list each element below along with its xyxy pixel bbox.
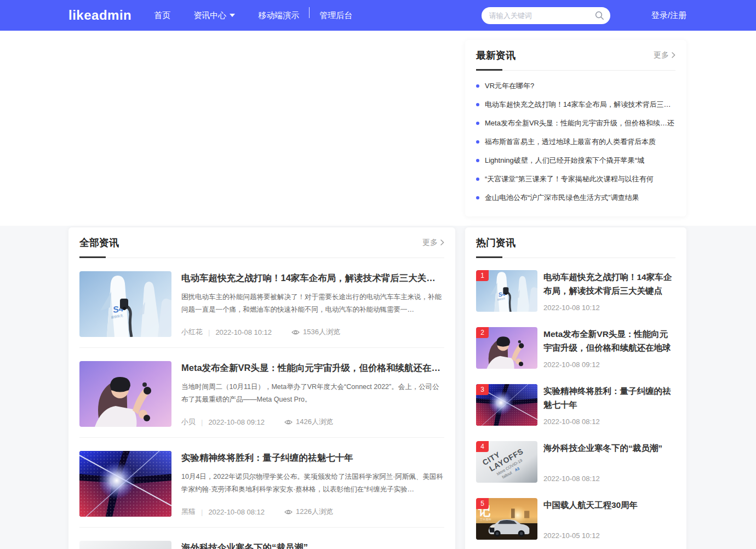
article-meta: 小贝|2022-10-08 09:12 1426人浏览 bbox=[181, 417, 444, 427]
page: likeadmin 首页资讯中心移动端演示管理后台 登录/注册 最新资讯 更多 bbox=[0, 0, 756, 549]
article-list: S4 超级快充 电动车超快充之战打响！14家车企布局，解读技术背后三大关键点困扰… bbox=[79, 258, 444, 549]
charging-station-thumbnail[interactable]: 1 S4 超级快充 bbox=[476, 270, 537, 312]
nav-item-admin[interactable]: 管理后台 bbox=[319, 10, 352, 21]
chevron-right-icon bbox=[672, 52, 675, 58]
article-title[interactable]: Meta发布全新VR头显：性能向元宇宙升级，但价格和续航还在地球 bbox=[181, 362, 444, 374]
latest-news-card: 最新资讯 更多 VR元年在哪年?电动车超快充之战打响！14家车企布局，解读技术背… bbox=[465, 40, 686, 216]
article-date: 2022-10-08 09:12 bbox=[208, 418, 265, 426]
hot-item-title[interactable]: 海外科技企业寒冬下的“裁员潮” bbox=[543, 441, 675, 455]
login-register-link[interactable]: 登录/注册 bbox=[651, 10, 686, 21]
latest-item-title: 金山电池公布“沪广深市民绿色生活方式”调查结果 bbox=[485, 193, 639, 203]
latest-item[interactable]: 金山电池公布“沪广深市民绿色生活方式”调查结果 bbox=[476, 188, 675, 207]
article-date: 2022-10-08 08:12 bbox=[208, 508, 265, 516]
views-count: 1426人浏览 bbox=[296, 417, 333, 427]
hot-news-header: 热门资讯 bbox=[476, 227, 675, 258]
hot-item-date: 2022-10-08 09:12 bbox=[543, 361, 675, 369]
article-row[interactable]: CITY LAYOFFS More COVID-19 fallout A3 海外… bbox=[79, 528, 444, 549]
eye-icon bbox=[284, 509, 293, 515]
quantum-thumbnail[interactable] bbox=[79, 451, 171, 517]
latest-news-more-link[interactable]: 更多 bbox=[654, 50, 675, 60]
hot-item[interactable]: 3 实验精神终将胜利：量子纠缠的祛魅七十年2022-10-08 08:12 bbox=[476, 384, 675, 426]
latest-item-title: 福布斯首富易主，透过地球上最富有的人类看背后本质 bbox=[485, 137, 656, 147]
article-row[interactable]: 实验精神终将胜利：量子纠缠的祛魅七十年10月4日，2022年诺贝尔物理学奖公布。… bbox=[79, 438, 444, 528]
hot-item-date: 2022-10-08 10:12 bbox=[543, 304, 675, 312]
chevron-down-icon bbox=[230, 14, 235, 17]
bullet-dot-icon bbox=[476, 178, 479, 181]
hot-item[interactable]: 2 Meta发布全新VR头显：性能向元宇宙升级，但价格和续航还在地球2022-1… bbox=[476, 327, 675, 369]
eye-icon bbox=[291, 329, 300, 335]
bullet-dot-icon bbox=[476, 122, 479, 125]
latest-item-title: “天宫课堂”第三课来了！专家揭秘此次课程与以往有何 bbox=[485, 174, 654, 184]
article-row[interactable]: S4 超级快充 电动车超快充之战打响！14家车企布局，解读技术背后三大关键点困扰… bbox=[79, 258, 444, 348]
latest-item[interactable]: Meta发布全新VR头显：性能向元宇宙升级，但价格和续…还 bbox=[476, 114, 675, 133]
hot-item-date: 2022-10-05 10:12 bbox=[543, 531, 675, 540]
latest-news-list: VR元年在哪年?电动车超快充之战打响！14家车企布局，解读技术背后三…Meta发… bbox=[476, 71, 675, 207]
article-author: 小贝 bbox=[181, 417, 196, 427]
vr-headset-thumbnail[interactable] bbox=[79, 361, 171, 427]
hot-item-title[interactable]: 电动车超快充之战打响！14家车企布局，解读技术背后三大关键点 bbox=[543, 270, 675, 298]
latest-item-title: 电动车超快充之战打响！14家车企布局，解读技术背后三… bbox=[485, 100, 671, 110]
latest-news-title: 最新资讯 bbox=[476, 49, 516, 62]
hot-item-title[interactable]: Meta发布全新VR头显：性能向元宇宙升级，但价格和续航还在地球 bbox=[543, 327, 675, 354]
hot-item[interactable]: 4 CITY LAYOFFS More COVID-19 fallout A3 … bbox=[476, 441, 675, 483]
latest-news-header: 最新资讯 更多 bbox=[476, 40, 675, 71]
latest-item[interactable]: 电动车超快充之战打响！14家车企布局，解读技术背后三… bbox=[476, 95, 675, 114]
latest-item[interactable]: Lightning破壁，人们已经开始搜索下个撬开苹果“城 bbox=[476, 151, 675, 170]
views-count: 1226人浏览 bbox=[296, 507, 333, 517]
article-row[interactable]: Meta发布全新VR头显：性能向元宇宙升级，但价格和续航还在地球当地时间周二（1… bbox=[79, 348, 444, 438]
hot-item-title[interactable]: 实验精神终将胜利：量子纠缠的祛魅七十年 bbox=[543, 384, 675, 411]
article-title[interactable]: 海外科技企业寒冬下的“裁员潮” bbox=[181, 542, 444, 549]
article-title[interactable]: 实验精神终将胜利：量子纠缠的祛魅七十年 bbox=[181, 452, 444, 464]
latest-item[interactable]: “天宫课堂”第三课来了！专家揭秘此次课程与以往有何 bbox=[476, 170, 675, 188]
quantum-thumbnail[interactable]: 3 bbox=[476, 384, 537, 426]
article-views: 1226人浏览 bbox=[284, 507, 333, 517]
bullet-dot-icon bbox=[476, 103, 479, 106]
bullet-dot-icon bbox=[476, 196, 479, 199]
all-news-more-link[interactable]: 更多 bbox=[422, 238, 444, 248]
top-navbar: likeadmin 首页资讯中心移动端演示管理后台 登录/注册 bbox=[0, 0, 756, 31]
search-box bbox=[482, 7, 610, 24]
all-news-title: 全部资讯 bbox=[79, 236, 119, 249]
car-sunset-thumbnail[interactable]: 5 记 三十周年 bbox=[476, 498, 537, 540]
hot-news-title: 热门资讯 bbox=[476, 236, 516, 249]
article-author: 小红花 bbox=[181, 327, 203, 337]
bullet-dot-icon bbox=[476, 84, 479, 88]
rank-badge: 4 bbox=[476, 441, 489, 452]
nav-item-home[interactable]: 首页 bbox=[154, 10, 170, 21]
layoffs-thumbnail[interactable]: 4 CITY LAYOFFS More COVID-19 fallout A3 bbox=[476, 441, 537, 483]
views-count: 1536人浏览 bbox=[303, 327, 340, 337]
latest-item-title: VR元年在哪年? bbox=[485, 81, 534, 91]
nav-menu: 首页资讯中心移动端演示管理后台 bbox=[154, 10, 375, 21]
article-summary: 当地时间周二（10月11日），Meta举办了VR年度大会“Connect 202… bbox=[181, 381, 444, 406]
meta-separator: | bbox=[201, 418, 203, 426]
meta-separator: | bbox=[208, 328, 210, 336]
layoffs-thumbnail[interactable]: CITY LAYOFFS More COVID-19 fallout A3 bbox=[79, 541, 171, 549]
search-icon[interactable] bbox=[595, 11, 604, 22]
nav-item-label: 资讯中心 bbox=[193, 10, 226, 21]
rank-badge: 5 bbox=[476, 498, 489, 509]
vr-headset-thumbnail[interactable]: 2 bbox=[476, 327, 537, 369]
article-title[interactable]: 电动车超快充之战打响！14家车企布局，解读技术背后三大关键点 bbox=[181, 272, 444, 284]
site-logo[interactable]: likeadmin bbox=[68, 8, 131, 23]
latest-item[interactable]: 福布斯首富易主，透过地球上最富有的人类看背后本质 bbox=[476, 133, 675, 151]
charging-station-thumbnail[interactable]: S4 超级快充 bbox=[79, 271, 171, 337]
hot-item-title[interactable]: 中国载人航天工程30周年 bbox=[543, 498, 675, 512]
nav-item-mobile-demo[interactable]: 移动端演示 bbox=[258, 10, 299, 21]
hot-item[interactable]: 1 S4 超级快充 电动车超快充之战打响！14家车企布局，解读技术背后三大关键点… bbox=[476, 270, 675, 312]
bullet-dot-icon bbox=[476, 140, 479, 144]
article-author: 黑猫 bbox=[181, 507, 196, 517]
article-meta: 小红花|2022-10-08 10:12 1536人浏览 bbox=[181, 327, 444, 337]
hot-item-body: 电动车超快充之战打响！14家车企布局，解读技术背后三大关键点2022-10-08… bbox=[543, 270, 675, 312]
latest-item[interactable]: VR元年在哪年? bbox=[476, 77, 675, 95]
hot-item[interactable]: 5 记 三十周年中国载人航天工程30周年2022-10-05 10:12 bbox=[476, 498, 675, 540]
nav-item-news-center[interactable]: 资讯中心 bbox=[193, 10, 235, 21]
all-news-card: 全部资讯 更多 S4 超级快充 电动车超快充之战打响！14家车企布局，解读技术背… bbox=[68, 227, 455, 549]
more-label: 更多 bbox=[654, 50, 669, 60]
latest-item-title: Meta发布全新VR头显：性能向元宇宙升级，但价格和续…还 bbox=[485, 118, 674, 128]
hot-news-card: 热门资讯 1 S4 超级快充 电动车超快充之战打响！14家车企布局，解读技术背后… bbox=[465, 227, 686, 549]
hot-item-body: 海外科技企业寒冬下的“裁员潮”2022-10-08 08:12 bbox=[543, 441, 675, 483]
search-input[interactable] bbox=[482, 7, 610, 24]
article-meta: 黑猫|2022-10-08 08:12 1226人浏览 bbox=[181, 507, 444, 517]
hot-item-body: 中国载人航天工程30周年2022-10-05 10:12 bbox=[543, 498, 675, 540]
more-label: 更多 bbox=[422, 238, 438, 248]
